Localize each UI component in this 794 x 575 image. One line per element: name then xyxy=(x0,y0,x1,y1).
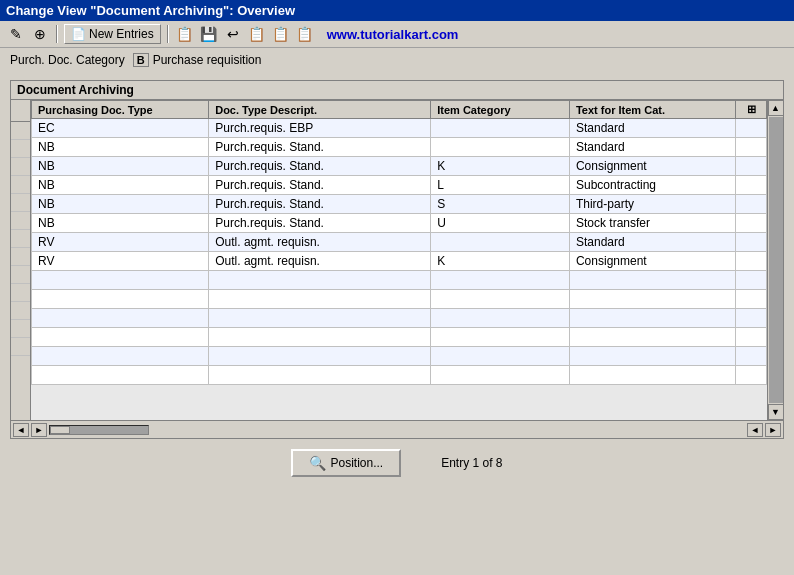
scroll-right-button[interactable]: ► xyxy=(31,423,47,437)
cell-purch-doc-type[interactable]: NB xyxy=(32,214,209,233)
purch-doc-label: Purch. Doc. Category xyxy=(10,53,125,67)
cell-purch-doc-type[interactable]: NB xyxy=(32,138,209,157)
position-label: Position... xyxy=(330,456,383,470)
cell-empty xyxy=(736,138,767,157)
scroll-far-right-button[interactable]: ► xyxy=(765,423,781,437)
cell-text-item-cat[interactable]: Consignment xyxy=(569,252,736,271)
table-row: NB Purch.requis. Stand. K Consignment xyxy=(32,157,767,176)
col-doc-type-descr: Doc. Type Descript. xyxy=(209,101,431,119)
col-item-category: Item Category xyxy=(431,101,570,119)
cell-empty xyxy=(736,119,767,138)
row-sel-9[interactable] xyxy=(11,266,30,284)
row-selector-col xyxy=(11,100,31,420)
h-scroll-thumb xyxy=(50,426,70,434)
scroll-left-button[interactable]: ◄ xyxy=(13,423,29,437)
table-wrapper: Purchasing Doc. Type Doc. Type Descript.… xyxy=(31,100,767,420)
cell-text-item-cat[interactable]: Standard xyxy=(569,138,736,157)
cell-purch-doc-type[interactable]: NB xyxy=(32,195,209,214)
position-button[interactable]: 🔍 Position... xyxy=(291,449,401,477)
row-sel-10[interactable] xyxy=(11,284,30,302)
footer-area: 🔍 Position... Entry 1 of 8 xyxy=(10,439,784,487)
cell-item-category[interactable]: U xyxy=(431,214,570,233)
cell-empty xyxy=(736,176,767,195)
row-sel-3[interactable] xyxy=(11,158,30,176)
cell-empty xyxy=(736,252,767,271)
main-content: Document Archiving xyxy=(0,72,794,495)
vertical-scrollbar: ▲ ▼ xyxy=(767,100,783,420)
cell-item-category[interactable]: K xyxy=(431,252,570,271)
col-grid-icon[interactable]: ⊞ xyxy=(736,101,767,119)
copy-icon[interactable]: 📋 xyxy=(175,24,195,44)
cell-doc-type-descr[interactable]: Purch.requis. Stand. xyxy=(209,157,431,176)
col-purch-doc-type: Purchasing Doc. Type xyxy=(32,101,209,119)
table-scroll-area: Purchasing Doc. Type Doc. Type Descript.… xyxy=(11,100,783,420)
cell-item-category[interactable] xyxy=(431,119,570,138)
cell-purch-doc-type[interactable]: EC xyxy=(32,119,209,138)
h-scroll-track[interactable] xyxy=(49,425,149,435)
row-sel-13[interactable] xyxy=(11,338,30,356)
cell-doc-type-descr[interactable]: Purch.requis. Stand. xyxy=(209,195,431,214)
cell-purch-doc-type[interactable]: RV xyxy=(32,252,209,271)
row-sel-12[interactable] xyxy=(11,320,30,338)
cell-item-category[interactable]: K xyxy=(431,157,570,176)
position-icon: 🔍 xyxy=(309,455,326,471)
table-row: NB Purch.requis. Stand. U Stock transfer xyxy=(32,214,767,233)
row-sel-6[interactable] xyxy=(11,212,30,230)
table-header: Purchasing Doc. Type Doc. Type Descript.… xyxy=(32,101,767,119)
purch-doc-badge: B xyxy=(133,53,149,67)
cell-doc-type-descr[interactable]: Purch.requis. Stand. xyxy=(209,138,431,157)
cell-purch-doc-type[interactable]: RV xyxy=(32,233,209,252)
row-sel-4[interactable] xyxy=(11,176,30,194)
paste-icon[interactable]: 📋 xyxy=(247,24,267,44)
cell-purch-doc-type[interactable]: NB xyxy=(32,157,209,176)
cell-empty xyxy=(736,214,767,233)
row-sel-7[interactable] xyxy=(11,230,30,248)
cell-item-category[interactable] xyxy=(431,233,570,252)
info-icon[interactable]: 📋 xyxy=(295,24,315,44)
cell-doc-type-descr[interactable]: Outl. agmt. requisn. xyxy=(209,233,431,252)
cell-purch-doc-type[interactable]: NB xyxy=(32,176,209,195)
cell-item-category[interactable]: S xyxy=(431,195,570,214)
h-right-nav: ◄ ► xyxy=(747,423,781,437)
purch-doc-bar: Purch. Doc. Category B Purchase requisit… xyxy=(0,48,794,72)
cell-text-item-cat[interactable]: Subcontracting xyxy=(569,176,736,195)
table-row-empty xyxy=(32,309,767,328)
detail-icon[interactable]: 📋 xyxy=(271,24,291,44)
watermark-text: www.tutorialkart.com xyxy=(327,27,459,42)
table-body: EC Purch.requis. EBP Standard NB Purch.r… xyxy=(32,119,767,385)
purch-doc-value-text: Purchase requisition xyxy=(153,53,262,67)
cell-text-item-cat[interactable]: Stock transfer xyxy=(569,214,736,233)
table-row-empty xyxy=(32,328,767,347)
cell-text-item-cat[interactable]: Standard xyxy=(569,233,736,252)
cell-text-item-cat[interactable]: Consignment xyxy=(569,157,736,176)
table-row: RV Outl. agmt. requisn. K Consignment xyxy=(32,252,767,271)
row-sel-2[interactable] xyxy=(11,140,30,158)
row-sel-1[interactable] xyxy=(11,122,30,140)
toolbar-sep-2 xyxy=(167,25,169,43)
new-entries-label: New Entries xyxy=(89,27,154,41)
cell-doc-type-descr[interactable]: Purch.requis. Stand. xyxy=(209,176,431,195)
cell-text-item-cat[interactable]: Standard xyxy=(569,119,736,138)
scroll-far-left-button[interactable]: ◄ xyxy=(747,423,763,437)
cell-doc-type-descr[interactable]: Purch.requis. EBP xyxy=(209,119,431,138)
scroll-down-button[interactable]: ▼ xyxy=(768,404,784,420)
save-icon[interactable]: 💾 xyxy=(199,24,219,44)
table-row: NB Purch.requis. Stand. S Third-party xyxy=(32,195,767,214)
data-table: Purchasing Doc. Type Doc. Type Descript.… xyxy=(31,100,767,385)
row-sel-8[interactable] xyxy=(11,248,30,266)
cell-doc-type-descr[interactable]: Outl. agmt. requisn. xyxy=(209,252,431,271)
exit-icon[interactable]: ⊕ xyxy=(30,24,50,44)
undo-icon[interactable]: ↩ xyxy=(223,24,243,44)
new-entries-button[interactable]: 📄 New Entries xyxy=(64,24,161,44)
entry-count: Entry 1 of 8 xyxy=(441,456,502,470)
row-sel-11[interactable] xyxy=(11,302,30,320)
cell-item-category[interactable] xyxy=(431,138,570,157)
cell-item-category[interactable]: L xyxy=(431,176,570,195)
table-row: RV Outl. agmt. requisn. Standard xyxy=(32,233,767,252)
back-icon[interactable]: ✎ xyxy=(6,24,26,44)
scroll-up-button[interactable]: ▲ xyxy=(768,100,784,116)
row-sel-5[interactable] xyxy=(11,194,30,212)
cell-text-item-cat[interactable]: Third-party xyxy=(569,195,736,214)
cell-doc-type-descr[interactable]: Purch.requis. Stand. xyxy=(209,214,431,233)
cell-empty xyxy=(736,233,767,252)
